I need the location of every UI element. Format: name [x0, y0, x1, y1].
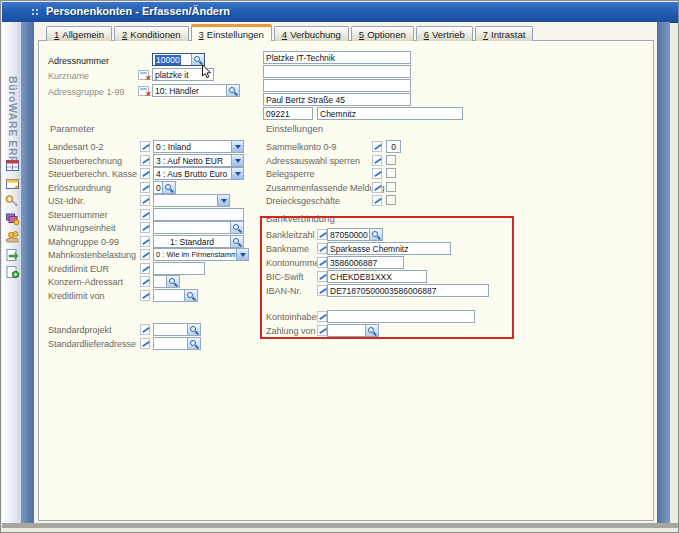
zip-field[interactable]: 09221: [263, 107, 313, 120]
lookup-icon[interactable]: [187, 324, 200, 335]
frame-bar-left: [21, 22, 34, 523]
lookup-icon[interactable]: [230, 222, 243, 233]
edit-icon[interactable]: [140, 182, 150, 193]
lookup-icon[interactable]: [226, 85, 239, 96]
landesart-label: Landesart 0-2: [48, 142, 104, 152]
zusammenfassende-meldung-label: Zusammenfassende Meldung: [266, 183, 385, 193]
mahnkostenbelastung-select[interactable]: 0 : Wie im Firmenstamm eing: [153, 248, 249, 261]
edit-icon[interactable]: [140, 249, 150, 260]
tab-einstellungen[interactable]: 3Einstellungen: [191, 24, 272, 41]
steuernummer-label: Steuernummer: [48, 210, 108, 220]
edit-icon[interactable]: [140, 236, 150, 247]
adressgruppe-field[interactable]: 10: Händler: [152, 84, 240, 97]
city-field[interactable]: Chemnitz: [317, 107, 463, 120]
mahngruppe-field[interactable]: 1: Standard: [153, 235, 244, 248]
lookup-icon[interactable]: [230, 236, 243, 247]
edit-icon[interactable]: [140, 290, 150, 301]
landesart-select[interactable]: 0 : Inland: [153, 140, 244, 153]
tab-konditionen[interactable]: 2Konditionen: [114, 26, 188, 41]
brand-label: BüroWARE ERP: [7, 76, 19, 164]
waehrungseinheit-field[interactable]: [153, 221, 244, 234]
name3-field[interactable]: [263, 79, 411, 92]
zusammenfassende-meldung-checkbox[interactable]: [386, 182, 396, 192]
mahngruppe-label: Mahngruppe 0-99: [48, 237, 119, 247]
chevron-down-icon[interactable]: [217, 195, 229, 206]
standardlieferadresse-label: Standardlieferadresse: [48, 339, 136, 349]
parameter-group-title: Parameter: [47, 123, 97, 134]
edit-icon[interactable]: [140, 195, 150, 206]
tab-optionen[interactable]: 5Optionen: [351, 26, 414, 41]
standardlieferadresse-field[interactable]: [153, 337, 201, 350]
name2-field[interactable]: [263, 65, 411, 78]
kreditlimit-von-field[interactable]: [153, 289, 198, 302]
frame-bar-right: [657, 22, 670, 523]
standardprojekt-label: Standardprojekt: [48, 325, 112, 335]
kreditlimit-von-label: Kreditlimit von: [48, 291, 105, 301]
edit-icon[interactable]: [140, 263, 150, 274]
lookup-icon[interactable]: [162, 182, 175, 193]
frame-bar-bottom: [2, 523, 678, 528]
einstellungen-group-title: Einstellungen: [263, 123, 326, 134]
lookup-icon[interactable]: [184, 290, 197, 301]
edit-icon[interactable]: [140, 276, 150, 287]
clear-field-icon[interactable]: [138, 70, 149, 80]
erloeszuordnung-field[interactable]: 0: [153, 181, 176, 194]
edit-icon[interactable]: [140, 141, 150, 152]
export-icon[interactable]: [5, 248, 20, 262]
kurzname-label: Kurzname: [48, 71, 89, 81]
chevron-down-icon[interactable]: [231, 155, 243, 166]
erloeszuordnung-label: Erlöszuordnung: [48, 183, 111, 193]
table-icon[interactable]: [5, 159, 20, 173]
konzern-adressart-field[interactable]: [153, 275, 180, 288]
window-icon[interactable]: [5, 177, 20, 191]
adressauswahl-sperren-checkbox[interactable]: [386, 155, 396, 165]
edit-icon[interactable]: [372, 141, 382, 152]
sammelkonto-label: Sammelkonto 0-9: [266, 142, 337, 152]
edit-icon[interactable]: [140, 222, 150, 233]
adressnummer-field[interactable]: 10000: [152, 53, 205, 66]
cards-icon[interactable]: [5, 212, 20, 226]
steuernummer-field[interactable]: [153, 208, 244, 221]
belegsperre-checkbox[interactable]: [386, 168, 396, 178]
edit-icon[interactable]: [140, 155, 150, 166]
edit-icon[interactable]: [372, 182, 382, 193]
ust-idnr-select[interactable]: [153, 194, 230, 207]
coins-icon[interactable]: [5, 230, 20, 244]
chevron-down-icon[interactable]: [231, 168, 243, 179]
grip-icon: [32, 9, 34, 11]
steuerberechn-kasse-select[interactable]: 4 : Aus Brutto Euro: [153, 167, 244, 180]
edit-icon[interactable]: [372, 195, 382, 206]
konzern-adressart-label: Konzern-Adressart: [48, 277, 123, 287]
import-icon[interactable]: [5, 265, 20, 279]
edit-icon[interactable]: [140, 209, 150, 220]
steuerberechnung-label: Steuerberechnung: [48, 156, 122, 166]
edit-icon[interactable]: [140, 324, 150, 335]
tab-allgemein[interactable]: 1Allgemein: [46, 26, 112, 41]
dreiecksgeschaefte-checkbox[interactable]: [386, 195, 396, 205]
standardprojekt-field[interactable]: [153, 323, 201, 336]
edit-icon[interactable]: [140, 338, 150, 349]
title-bar[interactable]: Personenkonten - Erfassen/Ändern: [2, 2, 678, 23]
lookup-icon[interactable]: [166, 276, 179, 287]
tab-bar: 1Allgemein 2Konditionen 3Einstellungen 4…: [46, 24, 535, 41]
waehrungseinheit-label: Währungseinheit: [48, 223, 116, 233]
tab-vertrieb[interactable]: 6Vertrieb: [416, 26, 473, 41]
key-icon[interactable]: [5, 194, 20, 208]
tab-intrastat[interactable]: 7Intrastat: [475, 26, 534, 41]
edit-icon[interactable]: [372, 168, 382, 179]
lookup-icon[interactable]: [187, 338, 200, 349]
app-window: Personenkonten - Erfassen/Ändern BüroWAR…: [0, 0, 679, 533]
left-rail: BüroWARE ERP: [2, 22, 21, 523]
sammelkonto-field[interactable]: 0: [386, 140, 401, 153]
street-field[interactable]: Paul Bertz Straße 45: [263, 93, 411, 106]
kreditlimit-eur-field[interactable]: [153, 262, 205, 275]
chevron-down-icon[interactable]: [236, 249, 248, 260]
clear-field-icon[interactable]: [138, 86, 149, 96]
edit-icon[interactable]: [140, 168, 150, 179]
steuerberechnung-select[interactable]: 3 : Auf Netto EUR: [153, 154, 244, 167]
tab-verbuchung[interactable]: 4Verbuchung: [274, 26, 349, 41]
name1-field[interactable]: Platzke IT-Technik: [263, 51, 411, 64]
edit-icon[interactable]: [372, 155, 382, 166]
belegsperre-label: Belegsperre: [266, 169, 315, 179]
chevron-down-icon[interactable]: [231, 141, 243, 152]
